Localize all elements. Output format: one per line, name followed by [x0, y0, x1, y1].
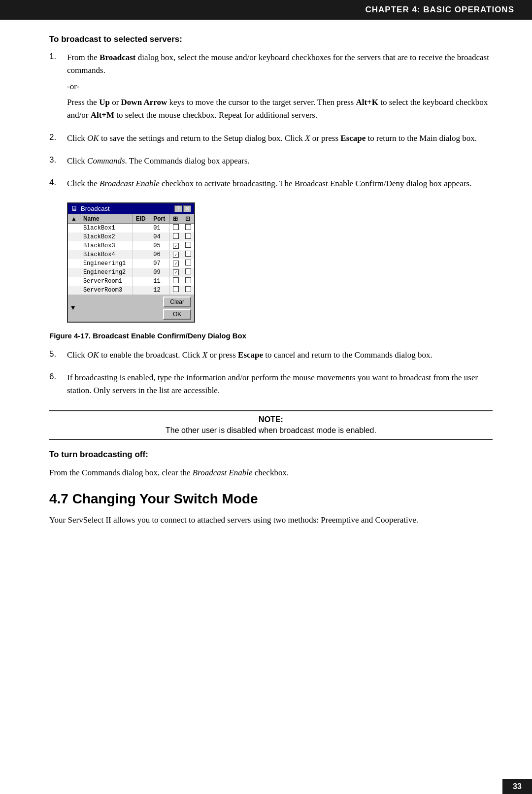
step-content: Click OK to save the settings and return… — [67, 132, 493, 148]
cell-kb — [170, 277, 182, 286]
broadcast-section-heading: To broadcast to selected servers: — [49, 34, 493, 44]
dialog-table: ▲ Name EID Port ⊞ ⊡ BlackBox1 — [68, 214, 194, 295]
chapter-header: CHAPTER 4: BASIC OPERATIONS — [0, 0, 532, 20]
mouse-checkbox[interactable] — [185, 224, 191, 230]
table-row: BlackBox4 06 ✓ — [68, 250, 194, 259]
mouse-checkbox[interactable] — [185, 251, 191, 257]
titlebar-buttons: ? ✕ — [174, 205, 191, 212]
cell-mouse — [182, 268, 195, 277]
mouse-checkbox[interactable] — [185, 233, 191, 239]
cell-name: Engineering1 — [80, 259, 133, 268]
step-number: 4. — [49, 177, 67, 188]
col-scroll: ▲ — [68, 214, 80, 224]
dialog-box: 🖥 Broadcast ? ✕ ▲ Name EID — [67, 202, 195, 323]
turn-off-text: From the Commands dialog box, clear the … — [49, 466, 493, 479]
figure-caption: Figure 4-17. Broadcast Enable Confirm/De… — [49, 331, 493, 340]
kb-checkbox[interactable]: ✓ — [173, 261, 179, 266]
cell-kb: ✓ — [170, 250, 182, 259]
ok-button[interactable]: OK — [163, 309, 191, 320]
cell-name: BlackBox2 — [80, 232, 133, 241]
col-port: Port — [150, 214, 170, 224]
step-text: Click the Broadcast Enable checkbox to a… — [67, 177, 493, 190]
step-text: Click OK to enable the broadcast. Click … — [67, 349, 493, 362]
mouse-checkbox[interactable] — [185, 277, 191, 283]
list-item: 3. Click Commands. The Commands dialog b… — [49, 155, 493, 170]
cell-port: 01 — [150, 223, 170, 232]
kb-checkbox[interactable]: ✓ — [173, 269, 179, 275]
step-number: 2. — [49, 132, 67, 142]
cell-scroll — [68, 232, 80, 241]
cell-scroll — [68, 250, 80, 259]
steps-list-1: 1. From the Broadcast dialog box, select… — [49, 51, 493, 194]
cell-port: 05 — [150, 241, 170, 250]
cell-port: 04 — [150, 232, 170, 241]
mouse-checkbox[interactable] — [185, 268, 191, 274]
note-label: NOTE: — [49, 415, 493, 424]
cell-eid — [133, 232, 150, 241]
step-content: Click the Broadcast Enable checkbox to a… — [67, 177, 493, 193]
list-item: 4. Click the Broadcast Enable checkbox t… — [49, 177, 493, 193]
section-47-title: 4.7 Changing Your Switch Mode — [49, 491, 493, 507]
or-line: -or- — [67, 80, 493, 93]
turn-off-heading: To turn broadcasting off: — [49, 450, 493, 460]
cell-name: Engineering2 — [80, 268, 133, 277]
cell-kb: ✓ — [170, 241, 182, 250]
cell-mouse — [182, 286, 195, 295]
kb-checkbox[interactable] — [173, 277, 179, 283]
step-content: Click OK to enable the broadcast. Click … — [67, 349, 493, 364]
col-kb: ⊞ — [170, 214, 182, 224]
mouse-checkbox[interactable] — [185, 286, 191, 292]
mouse-checkbox[interactable] — [185, 260, 191, 265]
cell-port: 06 — [150, 250, 170, 259]
titlebar-left: 🖥 Broadcast — [71, 205, 110, 213]
cell-kb: ✓ — [170, 268, 182, 277]
col-name: Name — [80, 214, 133, 224]
scroll-down-icon: ▼ — [71, 304, 75, 312]
help-button[interactable]: ? — [174, 205, 182, 212]
kb-checkbox[interactable] — [173, 224, 179, 230]
kb-checkbox[interactable] — [173, 233, 179, 239]
dialog-screenshot: 🖥 Broadcast ? ✕ ▲ Name EID — [67, 202, 493, 323]
cell-name: BlackBox1 — [80, 223, 133, 232]
step-number: 1. — [49, 51, 67, 62]
list-item: 6. If broadcasting is enabled, type the … — [49, 371, 493, 400]
content-area: To broadcast to selected servers: 1. Fro… — [0, 20, 532, 548]
page-number: 33 — [502, 779, 532, 794]
note-text: The other user is disabled when broadcas… — [49, 426, 493, 435]
kb-checkbox[interactable] — [173, 286, 179, 292]
cell-eid — [133, 250, 150, 259]
cell-mouse — [182, 241, 195, 250]
note-box: NOTE: The other user is disabled when br… — [49, 410, 493, 440]
table-header-row: ▲ Name EID Port ⊞ ⊡ — [68, 214, 194, 224]
kb-checkbox[interactable]: ✓ — [173, 252, 179, 258]
col-eid: EID — [133, 214, 150, 224]
cell-kb — [170, 232, 182, 241]
step-text: Click OK to save the settings and return… — [67, 132, 493, 145]
cell-eid — [133, 286, 150, 295]
dialog-bottom: ▼ Clear OK — [68, 295, 194, 322]
section-47-text: Your ServSelect II allows you to connect… — [49, 514, 493, 527]
step-number: 6. — [49, 371, 67, 382]
list-item: 5. Click OK to enable the broadcast. Cli… — [49, 349, 493, 364]
kb-checkbox[interactable]: ✓ — [173, 243, 179, 249]
cell-scroll — [68, 286, 80, 295]
table-body: BlackBox1 01 BlackBox2 04 — [68, 223, 194, 295]
close-button[interactable]: ✕ — [183, 205, 191, 212]
cell-eid — [133, 259, 150, 268]
cell-port: 07 — [150, 259, 170, 268]
mouse-checkbox[interactable] — [185, 242, 191, 248]
step-number: 3. — [49, 155, 67, 165]
clear-button[interactable]: Clear — [163, 297, 191, 307]
list-item: 2. Click OK to save the settings and ret… — [49, 132, 493, 148]
cell-eid — [133, 241, 150, 250]
dialog-title: Broadcast — [81, 205, 110, 212]
step-content: If broadcasting is enabled, type the inf… — [67, 371, 493, 400]
steps-list-2: 5. Click OK to enable the broadcast. Cli… — [49, 349, 493, 400]
cell-eid — [133, 223, 150, 232]
table-row: ServerRoom3 12 — [68, 286, 194, 295]
dialog-titlebar: 🖥 Broadcast ? ✕ — [68, 203, 194, 214]
cell-eid — [133, 277, 150, 286]
cell-scroll — [68, 268, 80, 277]
step-number: 5. — [49, 349, 67, 359]
cell-kb — [170, 286, 182, 295]
